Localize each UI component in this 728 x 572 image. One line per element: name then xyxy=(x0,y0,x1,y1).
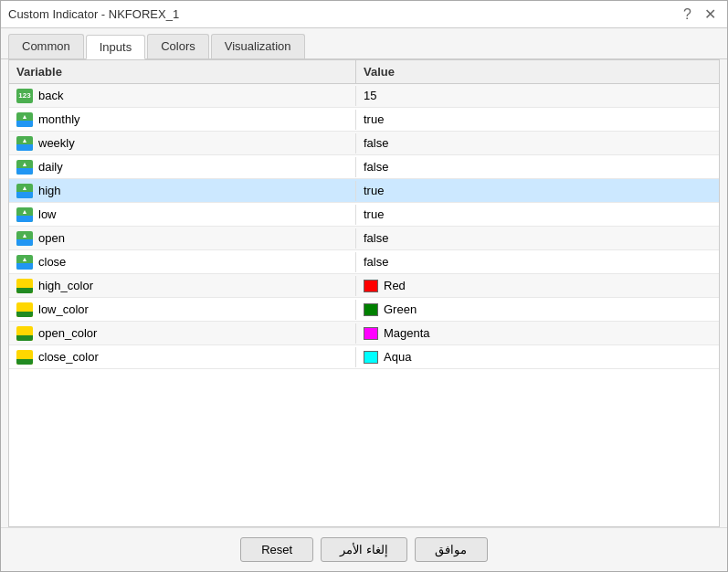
variable-value: Red xyxy=(384,279,406,292)
table-body: 123back15monthlytrueweeklyfalsedailyfals… xyxy=(9,84,719,526)
content-area: Variable Value 123back15monthlytrueweekl… xyxy=(8,59,720,527)
tab-colors[interactable]: Colors xyxy=(147,34,209,58)
reset-button[interactable]: Reset xyxy=(240,537,313,562)
icon-color xyxy=(16,279,33,293)
icon-color xyxy=(16,326,33,341)
variable-name: low_color xyxy=(38,302,89,316)
cell-value-open: false xyxy=(356,228,719,248)
title-bar: Custom Indicator - NKFOREX_1 ? ✕ xyxy=(1,1,727,28)
variable-name: weekly xyxy=(38,136,75,150)
icon-bool xyxy=(16,255,33,270)
variable-name: monthly xyxy=(38,112,80,126)
cell-value-high: true xyxy=(356,181,719,200)
cell-variable-close: close xyxy=(9,252,356,272)
table-row[interactable]: closefalse xyxy=(9,250,719,274)
cell-variable-monthly: monthly xyxy=(9,110,356,130)
tab-visualization[interactable]: Visualization xyxy=(211,34,305,58)
table-row[interactable]: hightrue xyxy=(9,179,719,203)
color-swatch xyxy=(364,280,378,292)
cell-variable-open: open xyxy=(9,228,356,249)
variable-value: false xyxy=(364,136,388,150)
table-row[interactable]: openfalse xyxy=(9,227,719,250)
icon-bool xyxy=(16,231,33,246)
icon-bool xyxy=(16,136,33,151)
icon-bool xyxy=(16,112,33,127)
tab-inputs[interactable]: Inputs xyxy=(86,35,145,59)
footer: Reset إلغاء الأمر موافق xyxy=(1,527,727,571)
close-button[interactable]: ✕ xyxy=(701,7,720,22)
variable-value: Magenta xyxy=(384,326,430,340)
table-row[interactable]: weeklyfalse xyxy=(9,132,719,155)
variable-value: true xyxy=(364,207,384,221)
cell-value-back: 15 xyxy=(356,86,719,105)
variable-name: close_color xyxy=(38,350,99,364)
variable-name: high_color xyxy=(38,279,93,292)
color-swatch xyxy=(364,303,378,316)
tab-common[interactable]: Common xyxy=(8,34,84,58)
variable-name: open xyxy=(38,231,65,245)
variable-value: Aqua xyxy=(384,350,411,364)
cell-variable-back: 123back xyxy=(9,86,356,106)
table-row[interactable]: open_colorMagenta xyxy=(9,322,719,345)
cell-variable-low: low xyxy=(9,205,356,225)
cell-value-low_color: Green xyxy=(356,300,719,319)
title-bar-controls: ? ✕ xyxy=(680,7,720,22)
variable-value: false xyxy=(364,160,388,174)
table-row[interactable]: high_colorRed xyxy=(9,274,719,298)
cell-value-weekly: false xyxy=(356,133,719,153)
table-header: Variable Value xyxy=(9,60,719,84)
variable-name: daily xyxy=(38,160,63,174)
table-row[interactable]: monthlytrue xyxy=(9,108,719,132)
variable-value: false xyxy=(364,255,388,269)
variable-value: Green xyxy=(384,302,417,316)
cell-variable-low_color: low_color xyxy=(9,300,356,320)
cell-value-monthly: true xyxy=(356,110,719,129)
variable-name: back xyxy=(38,89,63,102)
col-header-variable: Variable xyxy=(9,60,356,83)
variable-name: low xyxy=(38,207,57,221)
color-swatch xyxy=(364,351,378,364)
help-button[interactable]: ? xyxy=(680,7,695,22)
table-row[interactable]: low_colorGreen xyxy=(9,298,719,322)
table-row[interactable]: dailyfalse xyxy=(9,155,719,179)
cell-value-daily: false xyxy=(356,157,719,176)
col-header-value: Value xyxy=(356,60,719,83)
tab-bar: Common Inputs Colors Visualization xyxy=(1,28,727,59)
icon-bool xyxy=(16,184,33,198)
window-title: Custom Indicator - NKFOREX_1 xyxy=(8,7,179,21)
table-row[interactable]: close_colorAqua xyxy=(9,345,719,369)
cell-variable-weekly: weekly xyxy=(9,133,356,154)
cell-variable-high: high xyxy=(9,181,356,201)
variable-value: true xyxy=(364,184,384,197)
table-row[interactable]: 123back15 xyxy=(9,84,719,108)
cell-value-open_color: Magenta xyxy=(356,323,719,343)
icon-bool xyxy=(16,207,33,222)
cell-variable-close_color: close_color xyxy=(9,347,356,367)
cell-value-high_color: Red xyxy=(356,276,719,295)
variable-value: false xyxy=(364,231,388,245)
ok-button[interactable]: موافق xyxy=(415,537,488,562)
cell-value-close: false xyxy=(356,252,719,271)
cell-variable-daily: daily xyxy=(9,157,356,177)
cell-variable-open_color: open_color xyxy=(9,323,356,344)
main-window: Custom Indicator - NKFOREX_1 ? ✕ Common … xyxy=(0,0,728,572)
variable-name: open_color xyxy=(38,326,97,340)
icon-bool xyxy=(16,160,33,175)
icon-123: 123 xyxy=(16,89,33,103)
color-swatch xyxy=(364,327,378,340)
cell-value-close_color: Aqua xyxy=(356,347,719,366)
table-row[interactable]: lowtrue xyxy=(9,203,719,227)
variable-name: close xyxy=(38,255,66,269)
icon-color xyxy=(16,350,33,365)
cell-value-low: true xyxy=(356,205,719,224)
icon-color xyxy=(16,302,33,317)
cell-variable-high_color: high_color xyxy=(9,276,356,296)
variable-value: 15 xyxy=(364,89,376,102)
variable-name: high xyxy=(38,184,61,197)
variable-value: true xyxy=(364,112,384,126)
cancel-button[interactable]: إلغاء الأمر xyxy=(321,537,407,562)
